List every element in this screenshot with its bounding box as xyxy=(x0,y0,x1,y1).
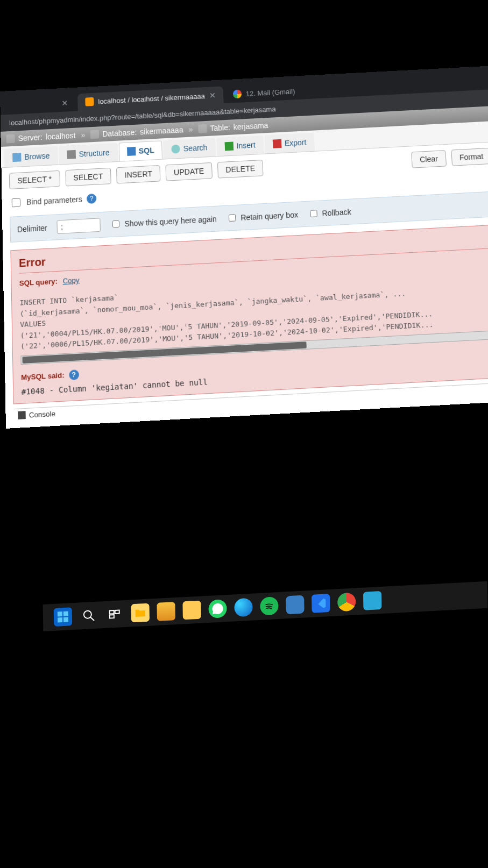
delimiter-input[interactable] xyxy=(57,218,101,234)
error-text: Column 'kegiatan' cannot be null xyxy=(59,377,208,394)
svg-rect-8 xyxy=(110,615,114,618)
search-icon xyxy=(172,145,181,154)
start-button[interactable] xyxy=(54,607,73,627)
crumb-table[interactable]: Table: kerjasama xyxy=(198,121,268,133)
svg-rect-0 xyxy=(58,611,62,616)
retain-box-option[interactable]: Retain query box xyxy=(227,209,299,223)
svg-rect-6 xyxy=(110,610,114,614)
console-label: Console xyxy=(29,409,55,419)
select-button[interactable]: SELECT xyxy=(65,168,111,187)
edge-icon[interactable] xyxy=(234,598,253,617)
search-icon[interactable] xyxy=(80,606,98,625)
taskbar-app-icon[interactable] xyxy=(286,595,305,615)
console-icon xyxy=(18,411,26,419)
insert-button[interactable]: INSERT xyxy=(116,165,161,184)
file-explorer-icon[interactable] xyxy=(131,603,150,623)
crumb-database[interactable]: Database: sikermaaaaa xyxy=(90,125,183,139)
show-again-option[interactable]: Show this query here again xyxy=(110,214,217,230)
structure-icon xyxy=(67,150,75,159)
svg-line-5 xyxy=(90,617,94,621)
format-button[interactable]: Format xyxy=(451,148,488,166)
taskbar-folder-icon[interactable] xyxy=(182,601,201,620)
favicon-icon xyxy=(232,90,242,99)
update-button[interactable]: UPDATE xyxy=(166,162,213,181)
taskbar-app-icon[interactable] xyxy=(157,602,175,621)
vscode-icon[interactable] xyxy=(312,594,330,613)
browse-icon xyxy=(12,153,21,162)
delete-button[interactable]: DELETE xyxy=(217,160,264,179)
delimiter-label: Delimiter xyxy=(17,223,47,233)
table-icon xyxy=(198,124,207,133)
breadcrumb-separator: » xyxy=(81,131,85,139)
task-view-icon[interactable] xyxy=(105,604,124,624)
chrome-icon[interactable] xyxy=(337,593,356,612)
tab-search[interactable]: Search xyxy=(163,138,216,159)
tab-browse[interactable]: Browse xyxy=(4,146,58,167)
svg-rect-1 xyxy=(63,611,68,616)
crumb-server[interactable]: Server: localhost xyxy=(6,131,75,144)
help-icon[interactable]: ? xyxy=(87,194,97,204)
tab-title: localhost / localhost / sikermaaaaa xyxy=(98,92,205,105)
tab-sql[interactable]: SQL xyxy=(118,140,162,161)
server-icon xyxy=(6,134,15,144)
error-code: #1048 xyxy=(21,386,45,396)
tab-insert[interactable]: Insert xyxy=(216,136,264,156)
tab-export[interactable]: Export xyxy=(264,133,315,154)
retain-box-checkbox[interactable] xyxy=(229,214,236,222)
tab-title: 12. Mail (Gmail) xyxy=(245,87,295,98)
select-star-button[interactable]: SELECT * xyxy=(9,170,60,189)
mysql-said-label: MySQL said: xyxy=(21,371,65,382)
sql-icon xyxy=(126,147,136,156)
spotify-icon[interactable] xyxy=(260,596,279,616)
close-icon[interactable]: ✕ xyxy=(61,98,68,108)
insert-icon xyxy=(224,142,234,151)
clear-button[interactable]: Clear xyxy=(411,150,446,168)
phpmyadmin-favicon-icon xyxy=(85,97,94,106)
breadcrumb-separator: » xyxy=(188,125,193,133)
tab-structure[interactable]: Structure xyxy=(59,143,118,165)
database-icon xyxy=(90,130,99,139)
bind-parameters-label: Bind parameters xyxy=(26,195,82,207)
main-panel: SELECT * SELECT INSERT UPDATE DELETE Cle… xyxy=(1,142,488,429)
rollback-checkbox[interactable] xyxy=(310,210,317,217)
screen-content: ✕ localhost / localhost / sikermaaaaa ✕ … xyxy=(0,66,488,428)
show-again-checkbox[interactable] xyxy=(112,220,120,228)
svg-rect-7 xyxy=(115,610,119,614)
svg-rect-3 xyxy=(63,617,68,622)
close-icon[interactable]: ✕ xyxy=(209,91,216,100)
copy-link[interactable]: Copy xyxy=(62,276,79,285)
browser-tab-prev[interactable]: ✕ xyxy=(54,94,76,112)
svg-rect-2 xyxy=(58,617,62,622)
doc-icon[interactable]: ? xyxy=(69,369,79,380)
error-box: Error SQL query: Copy INSERT INTO `kerja… xyxy=(10,225,488,404)
taskbar-app-icon[interactable] xyxy=(363,591,382,610)
windows-taskbar xyxy=(43,581,488,631)
rollback-option[interactable]: Rollback xyxy=(308,207,351,219)
whatsapp-icon[interactable] xyxy=(208,599,227,618)
export-icon xyxy=(272,139,281,148)
sql-query-label: SQL query: xyxy=(19,277,58,287)
bind-parameters-checkbox[interactable] xyxy=(12,198,20,207)
